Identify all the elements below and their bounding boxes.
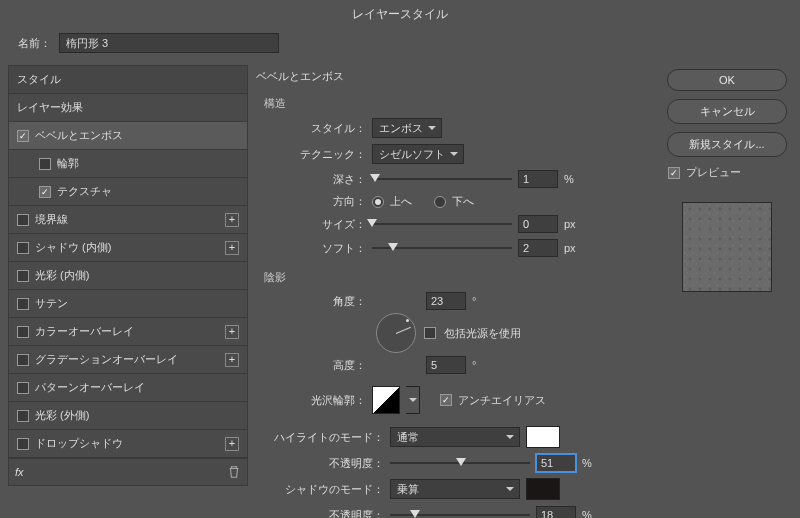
style-item-4[interactable]: シャドウ (内側)+	[9, 234, 247, 262]
styles-header: スタイル	[8, 65, 248, 93]
direction-label: 方向：	[256, 194, 366, 209]
style-item-8[interactable]: グラデーションオーバーレイ+	[9, 346, 247, 374]
style-item-label: サテン	[35, 296, 68, 311]
plus-icon[interactable]: +	[225, 437, 239, 451]
style-select[interactable]: エンボス	[372, 118, 442, 138]
trash-icon[interactable]	[227, 465, 241, 479]
plus-icon[interactable]: +	[225, 353, 239, 367]
style-checkbox[interactable]	[17, 354, 29, 366]
style-checkbox[interactable]	[17, 298, 29, 310]
gloss-contour-dropdown[interactable]	[406, 386, 420, 414]
fx-footer: fx	[8, 459, 248, 486]
style-checkbox[interactable]	[39, 186, 51, 198]
technique-select[interactable]: シゼルソフト	[372, 144, 464, 164]
shadow-opacity-input[interactable]	[536, 506, 576, 518]
style-checkbox[interactable]	[17, 410, 29, 422]
plus-icon[interactable]: +	[225, 241, 239, 255]
antialias-checkbox[interactable]	[440, 394, 452, 406]
style-label: スタイル：	[256, 121, 366, 136]
cancel-button[interactable]: キャンセル	[667, 99, 787, 124]
style-item-6[interactable]: サテン	[9, 290, 247, 318]
altitude-label: 高度：	[256, 358, 366, 373]
style-checkbox[interactable]	[17, 130, 29, 142]
style-item-label: ドロップシャドウ	[35, 436, 123, 451]
fx-label[interactable]: fx	[15, 466, 24, 478]
angle-control[interactable]	[376, 313, 416, 353]
dialog-title: レイヤースタイル	[0, 0, 800, 29]
shading-header: 陰影	[256, 266, 654, 289]
style-item-3[interactable]: 境界線+	[9, 206, 247, 234]
style-checkbox[interactable]	[17, 382, 29, 394]
plus-icon[interactable]: +	[225, 213, 239, 227]
size-label: サイズ：	[256, 217, 366, 232]
style-checkbox[interactable]	[17, 242, 29, 254]
gloss-contour[interactable]	[372, 386, 400, 414]
angle-input[interactable]	[426, 292, 466, 310]
angle-label: 角度：	[256, 294, 366, 309]
layer-effects-header[interactable]: レイヤー効果	[9, 94, 247, 122]
highlight-mode-select[interactable]: 通常	[390, 427, 520, 447]
style-item-label: カラーオーバーレイ	[35, 324, 134, 339]
style-item-label: 境界線	[35, 212, 68, 227]
gloss-label: 光沢輪郭：	[256, 393, 366, 408]
style-item-label: テクスチャ	[57, 184, 112, 199]
direction-down-radio[interactable]	[434, 196, 446, 208]
shadow-color-swatch[interactable]	[526, 478, 560, 500]
style-item-label: 光彩 (外側)	[35, 408, 89, 423]
style-item-1[interactable]: 輪郭	[9, 150, 247, 178]
style-item-2[interactable]: テクスチャ	[9, 178, 247, 206]
style-item-10[interactable]: 光彩 (外側)	[9, 402, 247, 430]
style-item-label: ベベルとエンボス	[35, 128, 123, 143]
style-item-9[interactable]: パターンオーバーレイ	[9, 374, 247, 402]
shadow-opacity-label: 不透明度：	[256, 508, 384, 519]
preview-box	[682, 202, 772, 292]
style-item-label: グラデーションオーバーレイ	[35, 352, 178, 367]
plus-icon[interactable]: +	[225, 325, 239, 339]
style-item-label: シャドウ (内側)	[35, 240, 111, 255]
style-item-7[interactable]: カラーオーバーレイ+	[9, 318, 247, 346]
global-light-checkbox[interactable]	[424, 327, 436, 339]
technique-label: テクニック：	[256, 147, 366, 162]
style-item-11[interactable]: ドロップシャドウ+	[9, 430, 247, 458]
layer-effects-label: レイヤー効果	[17, 100, 83, 115]
style-item-0[interactable]: ベベルとエンボス	[9, 122, 247, 150]
style-item-label: パターンオーバーレイ	[35, 380, 145, 395]
style-checkbox[interactable]	[17, 326, 29, 338]
style-checkbox[interactable]	[17, 214, 29, 226]
highlight-opacity-input[interactable]	[536, 454, 576, 472]
layer-name-input[interactable]	[59, 33, 279, 53]
style-item-label: 光彩 (内側)	[35, 268, 89, 283]
soften-label: ソフト：	[256, 241, 366, 256]
direction-up-radio[interactable]	[372, 196, 384, 208]
highlight-opacity-label: 不透明度：	[256, 456, 384, 471]
preview-checkbox[interactable]	[668, 167, 680, 179]
style-checkbox[interactable]	[39, 158, 51, 170]
size-input[interactable]	[518, 215, 558, 233]
style-checkbox[interactable]	[17, 438, 29, 450]
ok-button[interactable]: OK	[667, 69, 787, 91]
new-style-button[interactable]: 新規スタイル...	[667, 132, 787, 157]
depth-input[interactable]	[518, 170, 558, 188]
depth-slider[interactable]	[372, 172, 512, 186]
style-item-label: 輪郭	[57, 156, 79, 171]
shadow-mode-select[interactable]: 乗算	[390, 479, 520, 499]
highlight-mode-label: ハイライトのモード：	[256, 430, 384, 445]
highlight-opacity-slider[interactable]	[390, 456, 530, 470]
style-item-5[interactable]: 光彩 (内側)	[9, 262, 247, 290]
shadow-opacity-slider[interactable]	[390, 508, 530, 518]
panel-title: ベベルとエンボス	[256, 65, 654, 92]
style-checkbox[interactable]	[17, 270, 29, 282]
shadow-mode-label: シャドウのモード：	[256, 482, 384, 497]
soften-input[interactable]	[518, 239, 558, 257]
name-label: 名前：	[18, 36, 51, 51]
structure-header: 構造	[256, 92, 654, 115]
soften-slider[interactable]	[372, 241, 512, 255]
depth-label: 深さ：	[256, 172, 366, 187]
size-slider[interactable]	[372, 217, 512, 231]
highlight-color-swatch[interactable]	[526, 426, 560, 448]
altitude-input[interactable]	[426, 356, 466, 374]
